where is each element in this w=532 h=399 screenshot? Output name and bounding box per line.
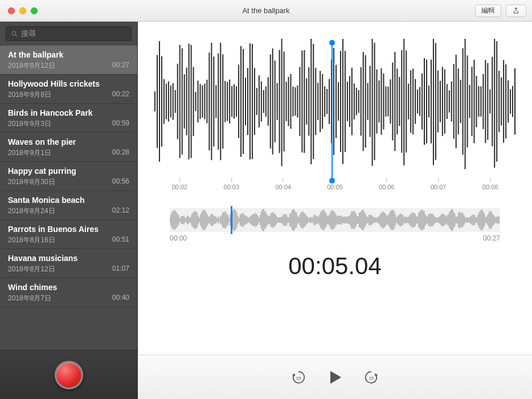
recording-title: At the ballpark xyxy=(8,50,129,59)
skip-back-15-button[interactable]: 15 xyxy=(290,369,306,385)
waveform-canvas xyxy=(154,39,516,176)
recording-title: Waves on the pier xyxy=(8,137,129,146)
recording-date: 2018年8月7日 xyxy=(8,294,51,303)
recording-date: 2018年8月16日 xyxy=(8,235,55,245)
recording-duration: 00:27 xyxy=(112,61,129,71)
current-time-display: 00:05.04 xyxy=(154,253,516,280)
svg-point-0 xyxy=(12,31,16,35)
recording-date: 2018年9月12日 xyxy=(8,61,55,71)
recording-duration: 00:28 xyxy=(112,148,129,158)
recording-date: 2018年9月1日 xyxy=(8,148,51,158)
ruler-tick: 00:03 xyxy=(224,178,240,190)
svg-line-1 xyxy=(15,35,17,36)
ruler-tick: 00:06 xyxy=(379,178,395,190)
ruler-tick: 00:08 xyxy=(482,178,498,190)
recording-title: Wind chimes xyxy=(8,283,129,292)
recording-duration: 00:22 xyxy=(112,90,129,100)
ruler-tick: 00:05 xyxy=(327,178,343,190)
playhead-dot-top xyxy=(329,40,335,46)
search-placeholder: 搜尋 xyxy=(21,28,36,39)
recording-date: 2018年8月24日 xyxy=(8,206,55,216)
recording-duration: 02:12 xyxy=(112,206,129,216)
recording-item[interactable]: Happy cat purring2018年8月30日00:56 xyxy=(0,162,137,191)
play-icon xyxy=(326,368,344,386)
play-button[interactable] xyxy=(326,368,344,386)
playhead-overview[interactable] xyxy=(231,206,232,234)
svg-text:15: 15 xyxy=(296,375,301,380)
overview-canvas xyxy=(170,208,500,232)
recording-title: Parrots in Buenos Aires xyxy=(8,225,129,234)
recording-item[interactable]: Havana musicians2018年8月12日01:07 xyxy=(0,249,137,278)
search-input[interactable]: 搜尋 xyxy=(6,26,132,41)
recording-duration: 00:40 xyxy=(112,294,129,303)
recording-duration: 00:56 xyxy=(112,177,129,187)
playhead-detail[interactable] xyxy=(332,43,333,180)
skip-forward-15-button[interactable]: 15 xyxy=(363,369,379,385)
recording-duration: 00:59 xyxy=(112,119,129,129)
timeline-ruler: 00:0200:0300:0400:0500:0600:0700:08 xyxy=(154,178,516,195)
recording-item[interactable]: Parrots in Buenos Aires2018年8月16日00:51 xyxy=(0,220,137,249)
ruler-tick: 00:02 xyxy=(172,178,188,190)
waveform-detail[interactable]: 00:0200:0300:0400:0500:0600:0700:08 xyxy=(154,39,516,194)
recording-date: 2018年9月8日 xyxy=(8,90,51,100)
recordings-list: At the ballpark2018年9月12日00:27Hollywood … xyxy=(0,46,137,350)
recording-title: Havana musicians xyxy=(8,254,129,263)
recording-item[interactable]: Waves on the pier2018年9月1日00:28 xyxy=(0,133,137,162)
recording-date: 2018年8月12日 xyxy=(8,264,55,274)
window-title: At the ballpark xyxy=(0,6,532,15)
recording-item[interactable]: Hollywood Hills crickets2018年9月8日00:22 xyxy=(0,75,137,104)
svg-marker-4 xyxy=(330,370,341,383)
main-panel: 00:0200:0300:0400:0500:0600:0700:08 00:0… xyxy=(138,22,532,399)
skip-forward-icon: 15 xyxy=(363,369,379,385)
waveform-overview[interactable]: 00:00 00:27 xyxy=(170,208,500,242)
title-bar: At the ballpark 編輯 xyxy=(0,0,532,22)
overview-end-time: 00:27 xyxy=(483,234,500,242)
recording-title: Hollywood Hills crickets xyxy=(8,79,129,88)
sidebar: 搜尋 At the ballpark2018年9月12日00:27Hollywo… xyxy=(0,22,138,399)
recording-item[interactable]: Santa Monica beach2018年8月24日02:12 xyxy=(0,191,137,220)
recording-title: Santa Monica beach xyxy=(8,196,129,205)
record-button[interactable] xyxy=(55,361,83,389)
record-footer xyxy=(0,350,137,399)
ruler-tick: 00:04 xyxy=(275,178,291,190)
recording-title: Happy cat purring xyxy=(8,166,129,176)
playback-controls: 15 15 xyxy=(138,355,532,399)
recording-title: Birds in Hancock Park xyxy=(8,108,129,117)
search-icon xyxy=(11,30,18,38)
recording-duration: 01:07 xyxy=(112,264,129,274)
recording-date: 2018年8月30日 xyxy=(8,177,55,187)
recording-date: 2018年9月3日 xyxy=(8,119,51,129)
svg-text:15: 15 xyxy=(369,375,374,380)
recording-item[interactable]: At the ballpark2018年9月12日00:27 xyxy=(0,46,137,75)
ruler-tick: 00:07 xyxy=(431,178,447,190)
overview-start-time: 00:00 xyxy=(170,234,187,242)
recording-item[interactable]: Wind chimes2018年8月7日00:40 xyxy=(0,278,137,307)
recording-duration: 00:51 xyxy=(112,235,129,245)
skip-back-icon: 15 xyxy=(290,369,306,385)
recording-item[interactable]: Birds in Hancock Park2018年9月3日00:59 xyxy=(0,104,137,133)
